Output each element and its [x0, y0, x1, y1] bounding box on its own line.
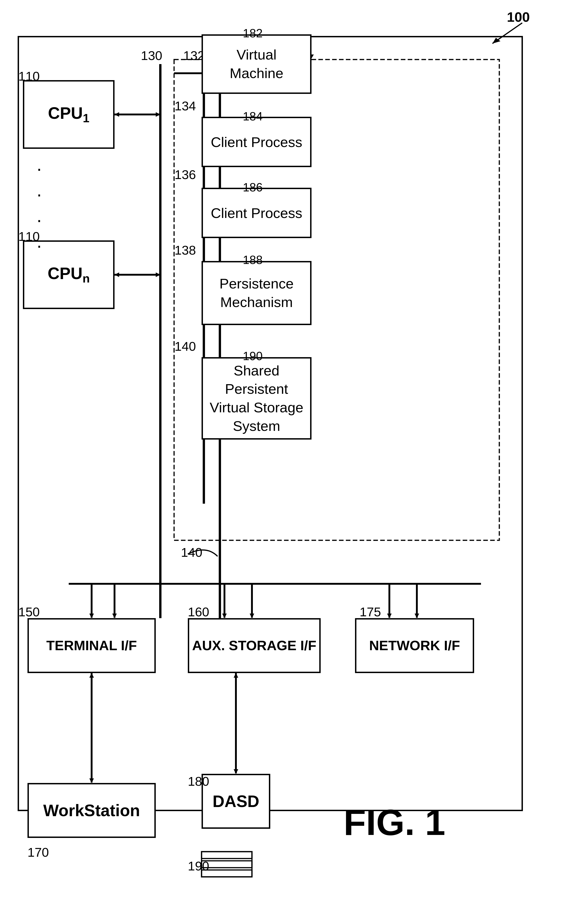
ref-140-mem: 140: [174, 339, 196, 354]
page: 100 MEMORY 130 132 CPU1 110 CPUn 110 ···…: [0, 0, 571, 924]
workstation-label: WorkStation: [43, 801, 140, 820]
svg-marker-34: [90, 614, 94, 618]
aux-label: AUX. STORAGE I/F: [192, 637, 316, 654]
ref-140-bus: 140: [181, 545, 202, 560]
spvss-label: SharedPersistentVirtual StorageSystem: [210, 362, 304, 435]
ref-190-disk: 190: [188, 859, 209, 873]
network-label: NETWORK I/F: [369, 637, 460, 654]
dasd-label: DASD: [213, 792, 259, 811]
svg-marker-7: [114, 112, 119, 117]
svg-marker-40: [250, 614, 254, 618]
svg-marker-47: [90, 778, 94, 783]
vm-box: VirtualMachine: [202, 34, 312, 94]
ref-134: 134: [174, 99, 196, 113]
dasd-box: DASD: [202, 774, 270, 829]
pm-box: PersistenceMechanism: [202, 261, 312, 325]
terminal-label: TERMINAL I/F: [46, 637, 137, 654]
svg-marker-42: [387, 614, 392, 618]
ref-100: 100: [507, 9, 530, 25]
workstation-box: WorkStation: [28, 783, 156, 838]
vm-label: VirtualMachine: [230, 46, 283, 82]
ref-184: 184: [243, 109, 263, 123]
svg-rect-51: [202, 852, 252, 859]
cpu1-box: CPU1: [23, 80, 114, 149]
fig-label: FIG. 1: [344, 801, 446, 843]
svg-marker-50: [234, 769, 238, 774]
pm-label: PersistenceMechanism: [219, 274, 294, 311]
ref-130: 130: [141, 48, 162, 63]
spvss-box: SharedPersistentVirtual StorageSystem: [202, 357, 312, 440]
cp1-box: Client Process: [202, 117, 312, 167]
ref-182: 182: [243, 26, 263, 40]
svg-marker-44: [415, 614, 419, 618]
ref-110-1: 110: [19, 69, 40, 83]
ref-175: 175: [360, 604, 381, 619]
ref-190-mem: 190: [243, 349, 263, 363]
ref-160: 160: [188, 604, 209, 619]
cpu-dots: ····: [37, 156, 43, 258]
network-box: NETWORK I/F: [355, 618, 474, 673]
ref-188: 188: [243, 253, 263, 267]
cpu1-label: CPU1: [48, 104, 90, 125]
cpun-label: CPUn: [48, 264, 90, 285]
ref-138: 138: [174, 243, 196, 257]
svg-marker-46: [90, 673, 94, 678]
svg-marker-9: [156, 273, 160, 277]
svg-marker-1: [492, 38, 500, 43]
svg-marker-38: [222, 614, 227, 618]
cp1-label: Client Process: [211, 134, 302, 150]
svg-marker-10: [114, 273, 119, 277]
ref-186: 186: [243, 180, 263, 194]
ref-136: 136: [174, 167, 196, 182]
aux-box: AUX. STORAGE I/F: [188, 618, 321, 673]
cp2-label: Client Process: [211, 205, 302, 221]
ref-180: 180: [188, 774, 209, 789]
svg-marker-36: [112, 614, 117, 618]
svg-marker-49: [234, 673, 238, 678]
svg-line-0: [492, 23, 522, 43]
cp2-box: Client Process: [202, 188, 312, 238]
ref-150: 150: [19, 604, 40, 619]
terminal-box: TERMINAL I/F: [28, 618, 156, 673]
ref-170: 170: [28, 845, 49, 860]
svg-marker-6: [156, 112, 160, 117]
